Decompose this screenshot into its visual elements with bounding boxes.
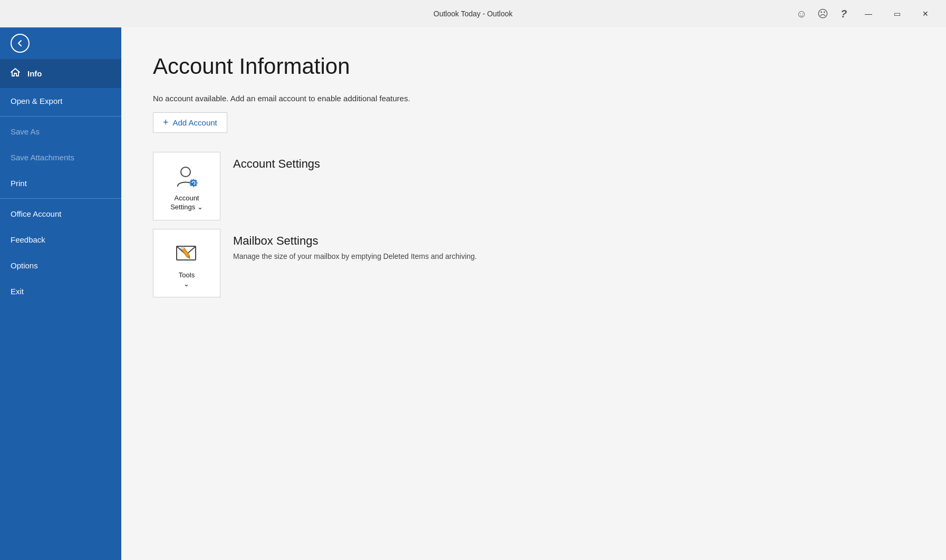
sidebar-options-label: Options [11,261,38,270]
mailbox-settings-desc: Manage the size of your mailbox by empty… [233,252,477,260]
title-bar: Outlook Today - Outlook ☺ ☹ ? — ▭ ✕ [0,0,946,27]
account-settings-icon [173,162,200,190]
sidebar-divider-2 [0,198,121,199]
account-settings-row: AccountSettings ⌄ Account Settings [153,152,914,220]
sidebar-item-save-as: Save As [0,119,121,144]
tools-icon [173,239,200,267]
sidebar-open-export-label: Open & Export [11,96,62,105]
back-circle-icon [11,34,30,53]
sidebar-divider-1 [0,116,121,117]
no-account-message: No account available. Add an email accou… [153,94,914,103]
sidebar-item-open-export[interactable]: Open & Export [0,88,121,114]
mailbox-settings-row: Tools⌄ Mailbox Settings Manage the size … [153,229,914,297]
mailbox-settings-title: Mailbox Settings [233,234,477,248]
add-account-label: Add Account [173,118,217,127]
sidebar-info-label: Info [27,69,42,78]
help-icon[interactable]: ? [835,5,852,22]
account-settings-card-label: AccountSettings ⌄ [170,194,203,212]
sidebar-print-label: Print [11,179,27,188]
sidebar: Info Open & Export Save As Save Attachme… [0,27,121,560]
smiley-happy-icon[interactable]: ☺ [793,5,810,22]
sidebar-item-feedback[interactable]: Feedback [0,227,121,253]
smiley-sad-icon[interactable]: ☹ [814,5,831,22]
app-body: Info Open & Export Save As Save Attachme… [0,27,946,560]
account-settings-info: Account Settings [220,152,333,180]
window-controls: ☺ ☹ ? — ▭ ✕ [793,5,938,22]
restore-button[interactable]: ▭ [885,5,909,22]
back-button[interactable] [0,27,121,59]
account-settings-card[interactable]: AccountSettings ⌄ [153,152,220,220]
sidebar-item-exit[interactable]: Exit [0,278,121,304]
sidebar-item-info[interactable]: Info [0,59,121,88]
sidebar-feedback-label: Feedback [11,235,45,244]
plus-icon: + [163,117,169,128]
sidebar-save-attachments-label: Save Attachments [11,153,74,162]
app-title: Outlook Today - Outlook [433,9,513,18]
main-content: Account Information No account available… [121,27,946,560]
minimize-button[interactable]: — [856,5,881,22]
sidebar-save-as-label: Save As [11,127,40,136]
sidebar-item-options[interactable]: Options [0,253,121,278]
add-account-button[interactable]: + Add Account [153,112,227,133]
svg-point-0 [181,167,190,177]
sidebar-exit-label: Exit [11,287,24,296]
account-settings-title: Account Settings [233,157,320,171]
mailbox-settings-info: Mailbox Settings Manage the size of your… [220,229,489,266]
sidebar-office-account-label: Office Account [11,209,61,218]
page-title: Account Information [153,54,914,79]
tools-card-label: Tools⌄ [179,271,195,289]
home-icon [11,67,20,80]
sidebar-item-office-account[interactable]: Office Account [0,201,121,227]
close-button[interactable]: ✕ [913,5,938,22]
sidebar-item-print[interactable]: Print [0,170,121,196]
sidebar-item-save-attachments: Save Attachments [0,144,121,170]
tools-card[interactable]: Tools⌄ [153,229,220,297]
